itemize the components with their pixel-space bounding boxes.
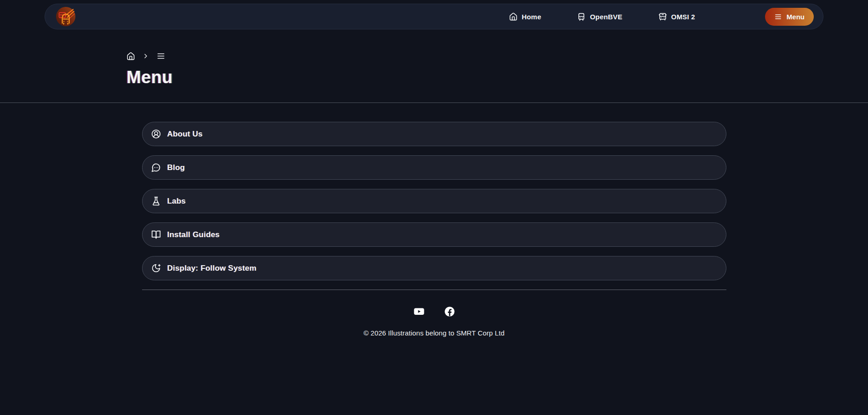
chat-bubble-icon xyxy=(151,163,161,172)
nav-item-label: OMSI 2 xyxy=(671,13,695,21)
home-icon xyxy=(509,12,518,21)
page: Home OpenBVE OMSI 2 xyxy=(0,0,868,415)
menu-item-label: Labs xyxy=(167,197,186,206)
youtube-icon[interactable] xyxy=(413,306,425,317)
chevron-right-icon xyxy=(142,52,149,60)
menu-item-label: About Us xyxy=(167,130,203,139)
flask-icon xyxy=(151,196,161,206)
breadcrumb xyxy=(126,51,742,61)
menu-button-label: Menu xyxy=(787,13,805,21)
menu-button[interactable]: Menu xyxy=(765,8,814,26)
menu-item-label: Blog xyxy=(167,163,185,172)
menu-list: About Us Blog Labs Install Guides xyxy=(142,122,726,337)
bus-front-icon xyxy=(658,12,667,21)
train-front-icon xyxy=(577,12,586,21)
nav-item-openbve[interactable]: OpenBVE xyxy=(577,12,622,21)
page-title: Menu xyxy=(126,68,742,86)
menu-item-label: Install Guides xyxy=(167,230,220,239)
breadcrumb-current-menu[interactable] xyxy=(156,51,166,61)
smrt-logo-icon[interactable] xyxy=(56,6,76,27)
menu-item-label: Display: Follow System xyxy=(167,264,257,273)
nav-item-label: OpenBVE xyxy=(590,13,622,21)
page-header: Menu xyxy=(0,29,868,103)
copyright-text: © 2026 Illustrations belong to SMRT Corp… xyxy=(142,329,726,337)
open-book-icon xyxy=(151,230,161,239)
user-circle-icon xyxy=(151,129,161,139)
breadcrumb-separator xyxy=(142,52,149,60)
menu-item-display-mode[interactable]: Display: Follow System xyxy=(142,256,726,280)
menu-item-labs[interactable]: Labs xyxy=(142,189,726,213)
footer-divider xyxy=(142,290,726,290)
hamburger-icon xyxy=(774,13,782,21)
menu-item-blog[interactable]: Blog xyxy=(142,155,726,180)
breadcrumb-home[interactable] xyxy=(126,52,135,61)
social-links xyxy=(142,306,726,317)
nav-item-omsi2[interactable]: OMSI 2 xyxy=(658,12,695,21)
nav-item-home[interactable]: Home xyxy=(509,12,541,21)
top-navbar: Home OpenBVE OMSI 2 xyxy=(45,4,823,29)
menu-item-install-guides[interactable]: Install Guides xyxy=(142,222,726,247)
menu-icon xyxy=(156,51,166,61)
home-icon xyxy=(126,52,135,61)
nav-item-label: Home xyxy=(522,13,541,21)
facebook-icon[interactable] xyxy=(444,306,455,317)
nav-links: Home OpenBVE OMSI 2 xyxy=(509,8,814,26)
footer: © 2026 Illustrations belong to SMRT Corp… xyxy=(142,306,726,337)
moon-star-icon xyxy=(151,263,161,273)
menu-item-about-us[interactable]: About Us xyxy=(142,122,726,146)
